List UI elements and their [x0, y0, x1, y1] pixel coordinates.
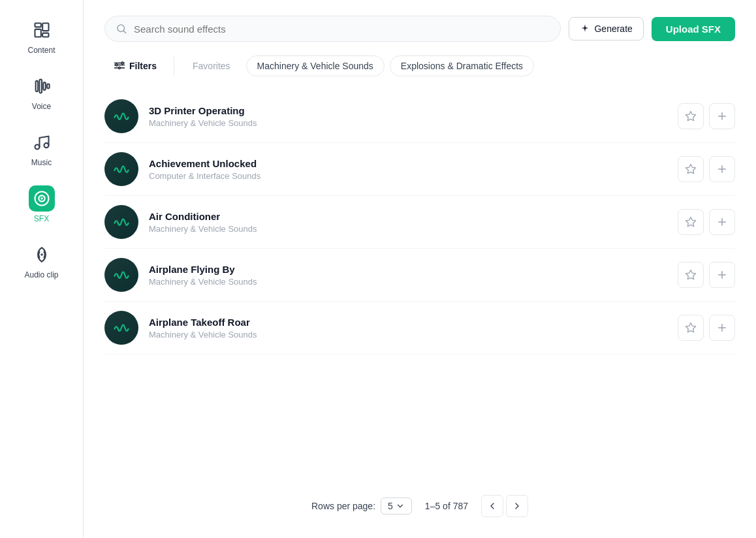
- svg-marker-20: [686, 217, 696, 227]
- sound-actions-4: [678, 315, 735, 341]
- waveform-icon-1: [112, 160, 131, 178]
- star-icon-3: [685, 269, 697, 281]
- sound-item-3: Airplane Flying By Machinery & Vehicle S…: [104, 249, 735, 302]
- voice-icon: [33, 77, 51, 95]
- sound-actions-0: [678, 103, 735, 129]
- favorite-button-4[interactable]: [678, 315, 704, 341]
- music-icon: [33, 133, 51, 151]
- next-page-button[interactable]: [506, 495, 528, 517]
- svg-point-8: [35, 145, 39, 150]
- add-button-0[interactable]: [709, 103, 735, 129]
- explosions-chip[interactable]: Explosions & Dramatic Effects: [390, 55, 534, 76]
- sound-category-1: Computer & Interface Sounds: [149, 171, 667, 181]
- main-content: Generate Upload SFX Filters Favorites Ma…: [84, 0, 756, 538]
- star-icon-1: [685, 163, 697, 175]
- generate-button[interactable]: Generate: [569, 17, 643, 40]
- sound-actions-3: [678, 262, 735, 288]
- sound-category-4: Machinery & Vehicle Sounds: [149, 330, 667, 340]
- svg-marker-22: [686, 323, 696, 332]
- filters-icon: [114, 60, 125, 72]
- sidebar-item-audioclip[interactable]: Audio clip: [12, 235, 71, 286]
- favorites-tab[interactable]: Favorites: [182, 56, 241, 76]
- plus-icon-3: [716, 269, 728, 281]
- sound-category-2: Machinery & Vehicle Sounds: [149, 224, 667, 234]
- sidebar-item-voice[interactable]: Voice: [12, 67, 71, 118]
- waveform-icon-0: [112, 107, 131, 125]
- chevron-left-icon: [487, 501, 497, 511]
- rows-select[interactable]: 5: [381, 498, 412, 514]
- sparkle-icon: [580, 24, 590, 34]
- sound-info-3: Airplane Flying By Machinery & Vehicle S…: [149, 264, 667, 287]
- sfx-icon: [33, 189, 51, 208]
- sidebar-item-voice-label: Voice: [32, 102, 51, 111]
- sound-info-4: Airplane Takeoff Roar Machinery & Vehicl…: [149, 317, 667, 340]
- add-button-4[interactable]: [709, 315, 735, 341]
- favorite-button-1[interactable]: [678, 156, 704, 182]
- sidebar-item-audioclip-label: Audio clip: [24, 270, 58, 279]
- machinery-chip[interactable]: Machinery & Vehicle Sounds: [246, 55, 385, 76]
- upload-sfx-button[interactable]: Upload SFX: [652, 17, 735, 41]
- plus-icon-4: [716, 322, 728, 334]
- sound-category-3: Machinery & Vehicle Sounds: [149, 277, 667, 287]
- sound-avatar-1[interactable]: [104, 152, 138, 186]
- sidebar-item-sfx[interactable]: SFX: [12, 179, 71, 230]
- sidebar-item-music[interactable]: Music: [12, 123, 71, 174]
- sound-name-0: 3D Printer Operating: [149, 105, 667, 116]
- svg-point-12: [40, 197, 43, 200]
- plus-icon-1: [716, 163, 728, 175]
- svg-rect-2: [42, 24, 48, 31]
- sidebar-item-sfx-label: SFX: [34, 214, 49, 223]
- filters-button[interactable]: Filters: [104, 55, 166, 77]
- pagination: Rows per page: 5 1–5 of 787: [104, 482, 735, 522]
- waveform-icon-3: [112, 266, 131, 284]
- filter-row: Filters Favorites Machinery & Vehicle So…: [104, 55, 735, 77]
- svg-rect-6: [43, 82, 46, 90]
- favorite-button-2[interactable]: [678, 209, 704, 235]
- search-input[interactable]: [134, 24, 550, 35]
- sound-info-1: Achievement Unlocked Computer & Interfac…: [149, 158, 667, 181]
- plus-icon-2: [716, 216, 728, 228]
- search-bar: [104, 16, 561, 42]
- svg-rect-4: [35, 81, 38, 91]
- content-icon: [33, 21, 51, 39]
- favorite-button-3[interactable]: [678, 262, 704, 288]
- add-button-2[interactable]: [709, 209, 735, 235]
- waveform-icon-2: [112, 213, 131, 231]
- chevron-right-icon: [512, 501, 522, 511]
- sound-actions-1: [678, 156, 735, 182]
- add-button-1[interactable]: [709, 156, 735, 182]
- sidebar-item-music-label: Music: [31, 158, 52, 167]
- sound-item-1: Achievement Unlocked Computer & Interfac…: [104, 143, 735, 196]
- sound-item-4: Airplane Takeoff Roar Machinery & Vehicl…: [104, 302, 735, 355]
- sound-info-0: 3D Printer Operating Machinery & Vehicle…: [149, 105, 667, 128]
- sound-name-2: Air Conditioner: [149, 211, 667, 222]
- filters-label: Filters: [129, 61, 157, 71]
- favorite-button-0[interactable]: [678, 103, 704, 129]
- sound-avatar-3[interactable]: [104, 258, 138, 292]
- sound-actions-2: [678, 209, 735, 235]
- sidebar: Content Voice Music: [0, 0, 84, 538]
- rows-value: 5: [388, 501, 393, 511]
- sound-avatar-0[interactable]: [104, 99, 138, 133]
- sound-avatar-2[interactable]: [104, 205, 138, 239]
- rows-per-page: Rows per page: 5: [311, 498, 412, 514]
- sound-name-4: Airplane Takeoff Roar: [149, 317, 667, 328]
- star-icon-2: [685, 216, 697, 228]
- svg-rect-3: [42, 33, 48, 37]
- sound-item-0: 3D Printer Operating Machinery & Vehicle…: [104, 90, 735, 143]
- svg-rect-5: [39, 80, 42, 93]
- sidebar-item-content[interactable]: Content: [12, 10, 71, 61]
- svg-marker-21: [686, 270, 696, 279]
- chevron-down-icon: [396, 501, 405, 511]
- audioclip-icon: [33, 245, 51, 264]
- search-icon: [116, 23, 127, 35]
- sound-list: 3D Printer Operating Machinery & Vehicle…: [104, 90, 735, 482]
- add-button-3[interactable]: [709, 262, 735, 288]
- sound-avatar-4[interactable]: [104, 311, 138, 345]
- prev-page-button[interactable]: [481, 495, 503, 517]
- svg-rect-1: [35, 29, 40, 37]
- filter-divider: [174, 57, 174, 75]
- sound-category-0: Machinery & Vehicle Sounds: [149, 118, 667, 128]
- page-nav: [481, 495, 528, 517]
- svg-point-13: [40, 253, 43, 256]
